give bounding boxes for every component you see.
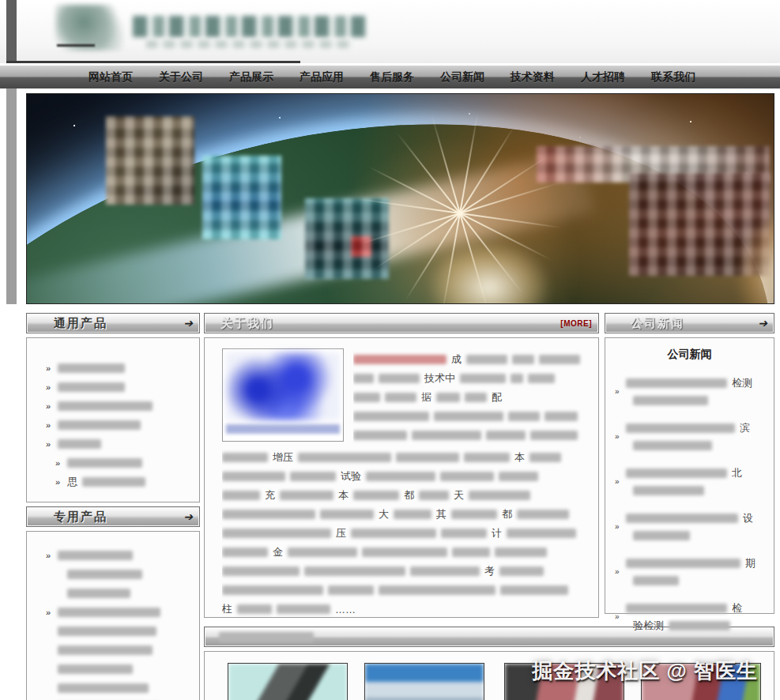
news-list: »检测»滨»北»设»期»检验检测 [605,374,774,634]
product-image-redacted [505,664,624,700]
arrow-right-icon[interactable]: ➔ [758,317,767,329]
about-text-line: 压计 [222,524,589,543]
nav-item-5[interactable]: 售后服务 [370,70,414,85]
product-thumbnail[interactable] [228,663,348,700]
general-product-item[interactable]: » [46,378,199,397]
section-title: 专用产品 [54,510,107,525]
section-header-special-products[interactable]: 专用产品 ➔ [26,506,200,527]
news-item[interactable]: »检测 [615,374,766,409]
about-text-line: 金 [222,543,589,562]
about-text-fragment: 充 [265,488,275,502]
news-item[interactable]: »设 [615,510,766,544]
about-text-fragment: 金 [273,545,283,559]
banner-product-image-redacted [202,156,281,239]
section-title: 通用产品 [54,316,107,331]
redacted-text [495,548,547,557]
redacted-text [434,412,503,421]
redacted-text [626,469,727,478]
news-item[interactable]: »滨 [615,420,766,454]
section-title: 公司新闻 [631,316,684,331]
nav-item-2[interactable]: 关于公司 [159,70,203,85]
redacted-text [626,378,727,388]
redacted-text [366,472,435,481]
hero-banner[interactable] [26,93,774,304]
product-thumbnail[interactable] [364,663,484,700]
special-products-list: »»»»»»»»» [27,532,199,700]
about-text-fragment: 配 [492,390,502,405]
general-product-item[interactable]: » [46,435,199,453]
special-product-item[interactable]: » [46,584,199,603]
news-line-2 [626,392,766,409]
redacted-text [460,374,506,383]
news-box: 公司新闻 »检测»滨»北»设»期»检验检测 [605,337,774,614]
more-link[interactable]: [MORE] [560,319,592,328]
chevron-right-icon: » [615,432,620,441]
redacted-text [353,491,399,500]
list-item-text-fragment: 思 [67,475,77,489]
general-product-item[interactable]: » [46,397,199,416]
about-text-line: 试验 [222,467,589,486]
redacted-text [362,548,447,557]
special-product-item[interactable]: » [46,565,199,584]
news-item[interactable]: »检验检测 [615,600,766,634]
redacted-text [385,393,416,402]
general-product-item[interactable]: » [46,453,199,472]
chevron-right-icon: » [46,383,51,392]
section-header-about[interactable]: 关于我们 [MORE] [204,313,599,333]
nav-item-1[interactable]: 网站首页 [89,70,133,85]
nav-item-8[interactable]: 人才招聘 [581,70,625,85]
news-line-1: 检 [626,600,766,617]
chevron-right-icon: » [615,522,620,531]
left-edge-strip [6,88,17,304]
nav-item-9[interactable]: 联系我们 [651,70,695,85]
redacted-text [465,393,487,402]
redacted-text [58,664,133,674]
redacted-text [280,491,333,500]
general-product-item[interactable]: »思 [46,472,199,491]
nav-item-7[interactable]: 技术资料 [511,70,555,85]
redacted-text [304,566,405,576]
site-header [0,0,780,63]
redacted-text [222,566,300,576]
redacted-text [353,374,374,383]
redacted-text [222,510,315,519]
product-image-redacted [228,664,347,700]
nav-item-4[interactable]: 产品应用 [300,70,344,85]
section-header-general-products[interactable]: 通用产品 ➔ [26,313,200,333]
arrow-right-icon[interactable]: ➔ [183,317,193,329]
special-product-item[interactable]: » [46,546,199,565]
special-product-item[interactable]: » [46,622,199,641]
about-text-line: 技术中 [353,369,589,388]
arrow-right-icon[interactable]: ➔ [183,510,193,523]
about-text-fragment: 本 [338,488,349,502]
special-product-item[interactable]: » [46,679,199,698]
redacted-text [379,374,420,383]
general-product-item[interactable]: » [46,359,199,378]
about-logo-redacted [226,352,340,420]
redacted-text [222,472,285,481]
news-item[interactable]: »期 [615,555,766,589]
product-thumbnail[interactable] [504,663,624,700]
redacted-text [410,566,480,576]
chevron-right-icon: » [55,459,60,468]
nav-item-6[interactable]: 公司新闻 [440,70,484,85]
special-product-item[interactable]: » [46,660,199,679]
section-header-news[interactable]: 公司新闻 ➔ [605,313,774,333]
news-item[interactable]: »北 [615,465,766,499]
general-product-item[interactable]: » [46,416,199,435]
redacted-text [530,431,578,440]
company-name-en-redacted [146,40,353,48]
banner-product-image-redacted [106,116,194,205]
about-text-fragment: 试验 [341,469,361,484]
section-title-redacted [219,632,314,642]
redacted-text [464,453,510,462]
special-product-item[interactable]: » [46,641,199,660]
nav-item-3[interactable]: 产品展示 [229,70,273,85]
redacted-text [328,585,374,595]
about-text-fragment: 本 [514,450,525,465]
general-products-box: »»»»»»»思 [26,337,200,502]
special-product-item[interactable]: » [46,603,199,622]
redacted-text [58,401,153,411]
redacted-text [507,529,576,538]
product-thumbnail[interactable] [641,663,761,700]
